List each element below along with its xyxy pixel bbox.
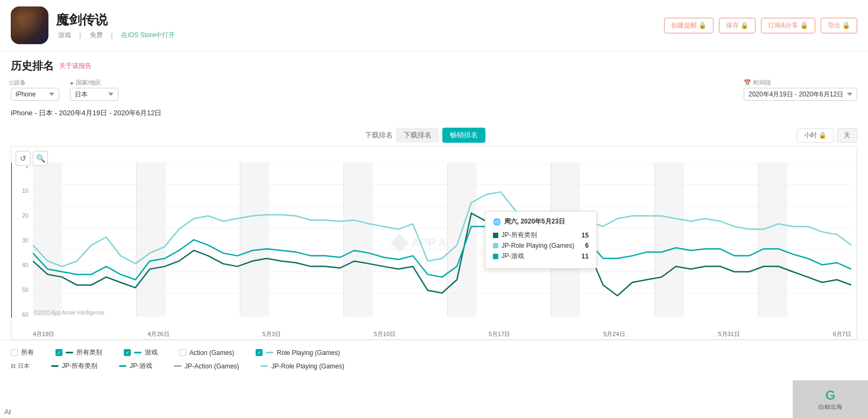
day-btn[interactable]: 天: [837, 128, 857, 143]
y-axis-labels: 1 10 20 30 40 50 60: [11, 163, 31, 318]
legend-label-jp-action: JP-Action (Games): [185, 363, 239, 370]
tooltip-dot-1: [493, 243, 498, 248]
legend-swatch-jp-roleplaying: [260, 365, 268, 367]
tooltip-label-0: JP-所有类别: [502, 231, 537, 240]
svg-rect-0: [33, 163, 62, 317]
x-label-0426: 4月26日: [147, 330, 169, 338]
subtitle-game: 游戏: [58, 31, 71, 39]
bestseller-rank-tab[interactable]: 畅销排名: [442, 128, 485, 143]
region-filter-group: ● 国家/地区 日本 中国 美国: [70, 79, 118, 101]
chart-vline: [11, 163, 12, 318]
create-alert-button[interactable]: 创建提醒 🔒: [664, 18, 714, 33]
svg-rect-2: [240, 163, 269, 317]
legend-swatch-jp-action: [174, 365, 181, 367]
region-select[interactable]: 日本 中国 美国: [70, 88, 118, 101]
legend-cb-all-cat[interactable]: [55, 349, 62, 356]
legend-row-2: ⊟ 日本 JP-所有类别 JP-游戏 JP-Action (Games) JP-…: [11, 361, 857, 371]
legend-swatch-game: [134, 352, 142, 353]
y-label-50: 50: [22, 287, 29, 293]
tooltip-series-2: JP-游戏: [493, 252, 524, 261]
legend-label-all-cat: 所有类别: [76, 348, 102, 357]
calendar-icon: 📅: [744, 79, 751, 86]
report-link[interactable]: 关于该报告: [59, 61, 91, 71]
y-label-30: 30: [22, 237, 29, 243]
chart-copyright: ©2020 App Annie Intelligence: [34, 310, 104, 316]
legend-item-jp-action[interactable]: JP-Action (Games): [174, 363, 239, 370]
legend-item-jp-game[interactable]: JP-游戏: [119, 361, 152, 371]
filters-row: □ □ 设备 iPhone iPad ● 国家/地区 日本 中国 美国 📅 时间…: [0, 76, 868, 106]
rank-tabs: 下载排名 下载排名 畅销排名: [54, 128, 797, 143]
legend-item-game[interactable]: 游戏: [124, 348, 158, 357]
x-label-0503: 5月3日: [263, 330, 281, 338]
legend-item-all-cat[interactable]: 所有类别: [55, 348, 102, 357]
x-axis-labels: 4月19日 4月26日 5月3日 5月10日 5月17日 5月24日 5月31日…: [33, 330, 851, 338]
legend-cb-roleplaying[interactable]: [256, 349, 263, 356]
device-filter-group: □ □ 设备 iPhone iPad: [11, 79, 59, 101]
legend-row-1: 所有 所有类别 游戏 Action (Games) Role Playing (…: [11, 348, 857, 357]
section-header: 历史排名 关于该报告: [0, 51, 868, 76]
tooltip-value-2: 11: [581, 253, 588, 260]
japan-expand-icon[interactable]: ⊟: [11, 363, 16, 370]
save-button[interactable]: 保存 🔒: [719, 18, 756, 33]
tooltip-dot-0: [493, 233, 498, 238]
legend-item-action[interactable]: Action (Games): [179, 349, 234, 357]
x-label-0524: 5月24日: [603, 330, 625, 338]
region-globe-icon: ●: [70, 80, 74, 86]
app-subtitle: 游戏 ｜ 免费 ｜ 在iOS Store中打开: [56, 31, 664, 40]
tooltip-series-0: JP-所有类别: [493, 231, 537, 240]
svg-rect-4: [447, 163, 476, 317]
y-label-10: 10: [22, 187, 29, 194]
tooltip-globe-icon: 🌐: [493, 218, 501, 226]
app-title: 魔剑传说: [56, 11, 664, 29]
app-header: 魔剑传说 游戏 ｜ 免费 ｜ 在iOS Store中打开 创建提醒 🔒 保存 🔒…: [0, 0, 868, 51]
x-label-0607: 6月7日: [833, 330, 851, 338]
tooltip-value-1: 6: [585, 242, 589, 249]
tooltip-label-1: JP-Role Playing (Games): [502, 242, 574, 249]
info-line: iPhone - 日本 - 2020年4月19日 - 2020年6月12日: [0, 106, 868, 124]
legend-item-all[interactable]: 所有: [11, 348, 34, 357]
device-select[interactable]: iPhone iPad: [11, 88, 59, 101]
y-label-40: 40: [22, 262, 29, 268]
chart-svg: [33, 163, 851, 317]
zoom-button[interactable]: 🔍: [33, 151, 48, 166]
device-label: □ □ 设备: [11, 79, 59, 87]
tooltip-date-text: 周六, 2020年5月23日: [504, 217, 565, 226]
subscribe-share-button[interactable]: 订阅&分享 🔒: [761, 18, 815, 33]
legend-label-jp-game: JP-游戏: [130, 361, 152, 371]
x-label-0531: 5月31日: [718, 330, 739, 338]
tooltip-row-1: JP-Role Playing (Games) 6: [493, 242, 589, 249]
hour-btn[interactable]: 小时 🔒: [797, 128, 834, 143]
app-icon-image: [11, 6, 48, 44]
legend-label-game: 游戏: [145, 348, 158, 357]
legend-item-roleplaying[interactable]: Role Playing (Games): [256, 349, 340, 357]
y-label-20: 20: [22, 212, 29, 219]
legend-cb-action[interactable]: [179, 349, 186, 356]
region-label: ● 国家/地区: [70, 79, 118, 87]
reset-zoom-button[interactable]: ↺: [16, 151, 31, 166]
chart-tooltip: 🌐 周六, 2020年5月23日 JP-所有类别 15 JP-Role Play…: [485, 211, 597, 269]
svg-rect-6: [655, 163, 684, 317]
chart-controls: ↺ 🔍: [16, 151, 48, 166]
subtitle-store[interactable]: 在iOS Store中打开: [121, 31, 175, 39]
tooltip-value-0: 15: [581, 232, 588, 239]
tooltip-date: 🌐 周六, 2020年5月23日: [493, 217, 589, 226]
download-rank-tab[interactable]: 下载排名: [396, 128, 439, 143]
tooltip-dot-2: [493, 254, 498, 259]
download-rank-label: 下载排名: [365, 130, 393, 140]
time-filter-group: 📅 时间段 2020年4月19日 - 2020年6月12日: [744, 79, 857, 101]
time-select[interactable]: 2020年4月19日 - 2020年6月12日: [744, 88, 857, 101]
export-button[interactable]: 导出 🔒: [821, 18, 857, 33]
y-label-60: 60: [22, 311, 29, 318]
x-label-0517: 5月17日: [489, 330, 510, 338]
legend-swatch-jp-game: [119, 365, 126, 367]
japan-label: 日本: [18, 362, 30, 370]
legend-cb-all[interactable]: [11, 349, 18, 356]
legend-label-jp-all-cat: JP-所有类别: [62, 361, 97, 371]
tooltip-row-0: JP-所有类别 15: [493, 231, 589, 240]
legend-item-jp-all-cat[interactable]: JP-所有类别: [51, 361, 97, 371]
legend-area: 所有 所有类别 游戏 Action (Games) Role Playing (…: [0, 340, 868, 373]
legend-item-jp-roleplaying[interactable]: JP-Role Playing (Games): [260, 363, 344, 370]
legend-cb-game[interactable]: [124, 349, 131, 356]
time-toggle: 小时 🔒 天: [797, 128, 857, 143]
time-label: 📅 时间段: [744, 79, 857, 87]
